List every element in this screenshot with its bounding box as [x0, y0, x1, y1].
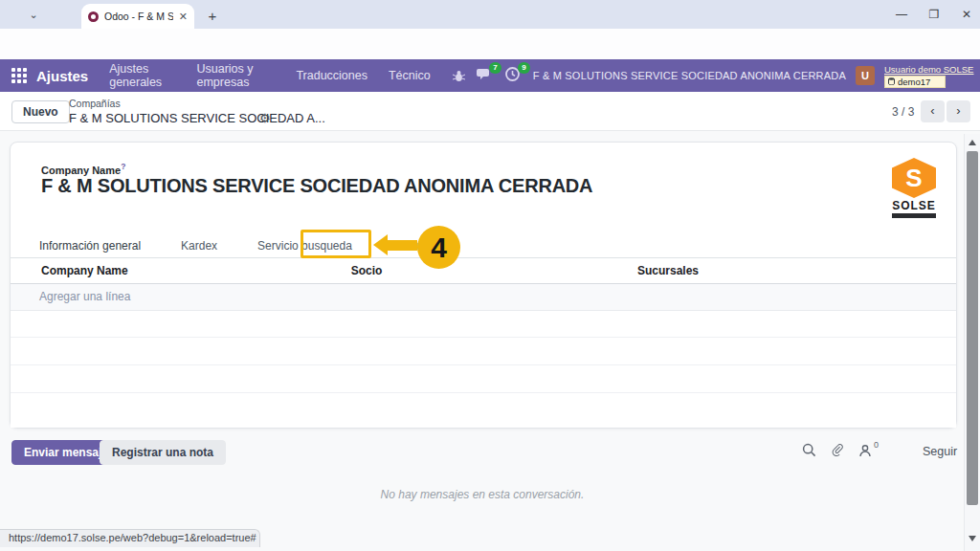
odoo-favicon-icon [88, 11, 99, 22]
pager-previous-button[interactable]: ‹ [921, 100, 945, 122]
database-icon [888, 77, 895, 85]
table-row [11, 365, 956, 393]
menu-tecnico[interactable]: Técnico [389, 69, 431, 82]
table-row [11, 311, 956, 338]
search-messages-icon[interactable] [802, 443, 816, 457]
menu-usuarios-y-empresas[interactable]: Usuarios y empresas [197, 62, 276, 89]
add-line-row[interactable]: Agregar una línea [11, 284, 956, 311]
tab-close-icon[interactable]: ✕ [179, 11, 188, 23]
pager-next-button[interactable]: › [947, 100, 970, 122]
debug-bug-icon[interactable] [452, 69, 466, 83]
company-name-value[interactable]: F & M SOLUTIONS SERVICE SOCIEDAD ANONIMA… [41, 175, 592, 197]
annotation-arrow-head [373, 234, 388, 255]
company-logo[interactable]: S SOLSE [887, 158, 941, 218]
table-row [11, 338, 956, 365]
user-menu[interactable]: Usuario demo SOLSE demo17 [884, 64, 972, 88]
apps-grid-icon[interactable] [11, 68, 27, 83]
user-avatar[interactable]: U [856, 66, 875, 85]
attachment-paperclip-icon[interactable] [831, 443, 844, 457]
col-socio[interactable]: Socio [326, 264, 407, 277]
scrollbar-thumb[interactable] [967, 151, 978, 505]
annotation-step-badge: 4 [417, 226, 460, 269]
tab-informacion-general[interactable]: Información general [39, 239, 141, 253]
messages-icon[interactable]: 7 [476, 66, 495, 85]
help-marker[interactable]: ? [121, 162, 125, 171]
window-restore-icon[interactable]: ❐ [918, 0, 950, 29]
browser-titlebar: ⌄ Odoo - F & M SOLUTIONS SER ✕ + — ❐ ✕ [0, 0, 980, 29]
followers-icon[interactable]: 0 [858, 444, 872, 457]
notebook-tabs: Información general Kardex Servicio busq… [11, 233, 956, 258]
add-line-link[interactable]: Agregar una línea [39, 290, 130, 303]
company-name-label: Company Name? [41, 162, 125, 176]
scroll-down-icon[interactable] [969, 536, 976, 541]
window-close-icon[interactable]: ✕ [950, 0, 980, 29]
col-company-name[interactable]: Company Name [41, 264, 128, 277]
database-name: demo17 [898, 77, 930, 87]
col-sucursales[interactable]: Sucursales [637, 264, 699, 277]
tab-title: Odoo - F & M SOLUTIONS SER [104, 11, 173, 22]
breadcrumb-parent[interactable]: Compañías [69, 98, 121, 109]
app-name[interactable]: Ajustes [36, 68, 88, 84]
log-note-button[interactable]: Registrar una nota [100, 440, 226, 465]
tab-kardex[interactable]: Kardex [181, 239, 217, 253]
window-minimize-icon[interactable]: — [885, 0, 918, 29]
active-company[interactable]: F & M SOLUTIONS SERVICE SOCIEDAD ANONIMA… [533, 70, 846, 81]
table-row [11, 393, 956, 428]
actions-gear-icon[interactable]: ⚙ [259, 111, 271, 125]
activities-badge: 9 [518, 62, 529, 74]
followers-count: 0 [874, 440, 879, 450]
page-scrollbar[interactable] [964, 134, 980, 551]
user-name: Usuario demo SOLSE [884, 64, 972, 75]
new-record-button[interactable]: Nuevo [11, 100, 70, 123]
menu-traducciones[interactable]: Traducciones [296, 69, 368, 82]
tab-search-icon[interactable]: ⌄ [23, 6, 44, 24]
breadcrumb-current: F & M SOLUTIONS SERVICE SOCIEDAD A... [69, 111, 325, 125]
pager-count: 3 / 3 [892, 105, 914, 119]
browser-status-bar: https://demo17.solse.pe/web?debug=1&relo… [0, 529, 260, 547]
chatter-toolbar: 0 [802, 443, 872, 457]
new-tab-icon[interactable]: + [203, 7, 222, 26]
activities-icon[interactable]: 9 [504, 66, 523, 85]
odoo-top-nav: Ajustes Ajustes generales Usuarios y emp… [0, 59, 980, 92]
follow-button[interactable]: Seguir [923, 445, 957, 458]
scroll-up-icon[interactable] [969, 140, 976, 145]
messages-badge: 7 [489, 62, 501, 74]
browser-toolbar: ← → ⟳ demo17.solse.pe/web?debug=1&reload… [0, 29, 980, 59]
menu-ajustes-generales[interactable]: Ajustes generales [109, 62, 175, 89]
annotation-arrow [387, 240, 417, 251]
logo-text: SOLSE [887, 199, 941, 212]
browser-tab[interactable]: Odoo - F & M SOLUTIONS SER ✕ [81, 4, 194, 29]
annotation-highlight-box [301, 230, 371, 258]
logo-tagline-bar [892, 213, 936, 218]
empty-conversation-message: No hay mensajes en esta conversación. [0, 488, 965, 501]
solse-logo-icon: S [892, 158, 936, 198]
table-header-row: Company Name Socio Sucursales [11, 258, 956, 284]
company-form-card: Company Name? F & M SOLUTIONS SERVICE SO… [10, 142, 957, 429]
